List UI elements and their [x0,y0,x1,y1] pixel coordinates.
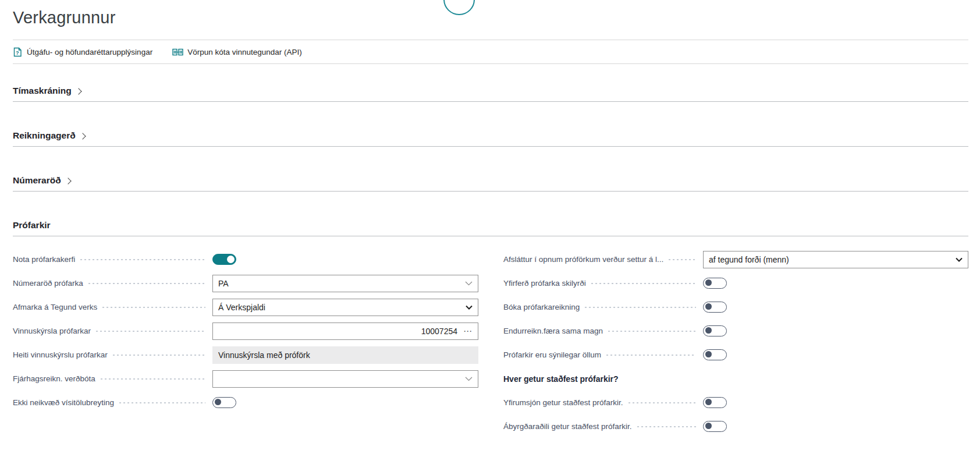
field-row-endurreikn: Endurreikn.færa sama magn [503,319,968,343]
fjarhagsreikn-verdbota-input[interactable] [212,370,478,388]
toggle-nota-profarkakerfi[interactable] [212,254,236,265]
chevron-right-icon [65,178,71,184]
field-row-abyrgdaradili-stadfest: Ábyrgðaraðili getur staðfest prófarkir. [503,414,968,438]
section-header[interactable]: Tímaskráning [13,86,968,101]
section-profarkir: Prófarkir [13,192,968,236]
page-toolbar: ? Útgáfu- og höfundaréttarupplýsingar Vö… [13,40,968,63]
leader-dots [667,256,696,264]
field-label: Afsláttur í opnum próförkum verður settu… [503,255,663,264]
input-value: 10007254 [218,327,457,336]
toggle-boka-profarkareikning[interactable] [703,302,727,313]
afmarka-tegund-verks-select[interactable]: Á Verkspjaldi [212,299,478,316]
toggle-knob [227,256,235,263]
field-label: Ekki neikvæð vísitölubreyting [13,398,114,407]
svg-text:?: ? [16,49,19,55]
section-divider [13,236,968,236]
toggle-knob [705,303,712,310]
toggle-knob [705,327,712,334]
toggle-profarkir-synilegar[interactable] [703,349,727,360]
assist-edit-icon[interactable]: ⋯ [463,327,473,335]
field-row-yfirferd-skilyrdi: Yfirferð prófarka skilyrði [503,271,968,295]
section-reikningagerd: Reikningagerð [13,102,968,147]
column-gap [478,247,503,438]
page-title: Verkagrunnur [13,8,968,27]
leader-dots [636,423,696,431]
afslattur-select[interactable]: af tegund forði (menn) [703,251,968,268]
select-value: Á Verkspjaldi [218,303,461,312]
field-label: Prófarkir eru sýnilegar öllum [503,350,601,359]
toggle-abyrgdaradili-stadfest[interactable] [703,421,727,432]
field-row-vinnuskyrsla-profarkar: Vinnuskýrsla prófarkar 10007254 ⋯ [13,319,478,343]
group-subheading: Hver getur staðfest prófarkir? [503,374,619,384]
leader-dots [607,327,696,335]
numerarod-profarka-input[interactable]: PA [212,275,478,292]
leader-dots [112,351,205,359]
select-value: af tegund forði (menn) [709,255,951,264]
chevron-down-icon[interactable] [465,281,473,286]
leader-dots [95,327,205,335]
chevron-down-icon[interactable] [465,377,473,381]
field-label: Vinnuskýrsla prófarkar [13,327,91,335]
toolbar-item-version-info[interactable]: ? Útgáfu- og höfundaréttarupplýsingar [13,47,152,57]
heiti-vinnuskyrslu-field: Vinnuskýrsla með próförk [212,346,478,364]
subheading-row-hver-getur-stadfest: Hver getur staðfest prófarkir? [503,367,968,391]
toolbar-item-code-mapping[interactable]: Vörpun kóta vinnutegundar (API) [172,48,302,56]
field-row-heiti-vinnuskyrslu: Heiti vinnuskýrslu prófarkar Vinnuskýrsl… [13,343,478,367]
field-row-ekki-neikvaed: Ekki neikvæð vísitölubreyting [13,391,478,414]
toggle-knob [705,279,712,286]
field-row-numerarod-profarka: Númeraröð prófarka PA [13,271,478,295]
field-row-profarkir-synilegar: Prófarkir eru sýnilegar öllum [503,343,968,367]
field-label: Afmarka á Tegund verks [13,303,97,311]
section-numerarod: Númeraröð [13,147,968,192]
toggle-yfirumsjon-stadfest[interactable] [703,397,727,408]
toggle-knob [215,399,221,405]
field-label: Fjárhagsreikn. verðbóta [13,374,95,383]
toggle-knob [705,399,712,405]
toolbar-item-label: Vörpun kóta vinnutegundar (API) [187,48,302,56]
leader-dots [627,399,696,407]
toggle-knob [705,423,712,429]
field-row-yfirumsjon-stadfest: Yfirumsjón getur staðfest prófarkir. [503,391,968,414]
section-header[interactable]: Prófarkir [13,220,968,236]
leader-dots [101,303,205,311]
field-row-nota-profarkakerfi: Nota prófarkakerfi [13,247,478,271]
input-value: Vinnuskýrsla með próförk [218,350,473,360]
field-row-fjarhagsreikn-verdbota: Fjárhagsreikn. verðbóta [13,367,478,391]
toggle-endurreikn[interactable] [703,325,727,336]
chevron-right-icon [75,88,81,94]
section-header[interactable]: Númeraröð [13,175,968,191]
leader-dots [584,303,696,311]
field-row-afslattur: Afsláttur í opnum próförkum verður settu… [503,247,968,271]
field-label: Yfirumsjón getur staðfest prófarkir. [503,398,623,407]
leader-dots [590,279,696,288]
chevron-down-icon [956,257,963,262]
input-value: PA [218,279,460,288]
section-title: Númeraröð [13,175,61,186]
field-label: Endurreikn.færa sama magn [503,327,603,335]
toggle-yfirferd-skilyrdi[interactable] [703,278,727,289]
section-title: Prófarkir [13,220,51,231]
section-header[interactable]: Reikningagerð [13,130,968,146]
code-mapping-icon [172,48,183,56]
leader-dots [87,279,205,288]
section-timaskraning: Tímaskráning [13,64,968,102]
field-label: Nota prófarkakerfi [13,255,75,264]
toolbar-item-label: Útgáfu- og höfundaréttarupplýsingar [27,48,152,56]
field-row-boka-profarkareikning: Bóka prófarkareikning [503,295,968,319]
toggle-knob [705,351,712,357]
leader-dots [118,399,205,407]
leader-dots [79,256,205,264]
chevron-right-icon [79,133,86,139]
section-title: Reikningagerð [13,130,76,141]
field-label: Heiti vinnuskýrslu prófarkar [13,350,108,359]
vinnuskyrsla-profarkar-input[interactable]: 10007254 ⋯ [212,323,478,340]
profarkir-fields: Nota prófarkakerfi Númeraröð prófarka PA [13,247,968,438]
field-label: Ábyrgðaraðili getur staðfest prófarkir. [503,422,632,431]
chevron-down-icon [466,305,473,310]
project-setup-page: Verkagrunnur ? Útgáfu- og höfundaréttaru… [0,8,980,450]
toggle-ekki-neikvaed[interactable] [212,397,236,408]
leader-dots [100,375,205,383]
field-label: Bóka prófarkareikning [503,303,580,311]
field-label: Yfirferð prófarka skilyrði [503,279,586,288]
field-label: Númeraröð prófarka [13,279,83,288]
